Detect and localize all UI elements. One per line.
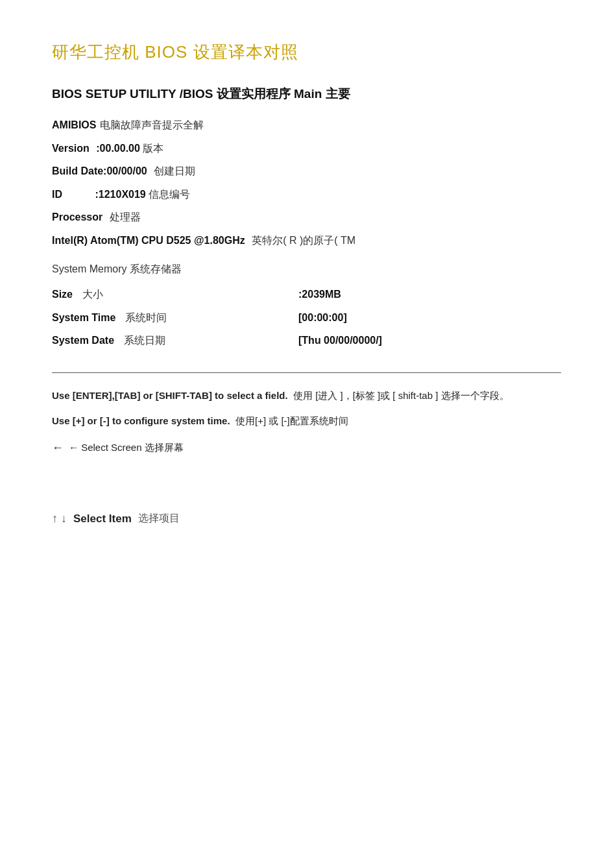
memory-title: System Memory 系统存储器 xyxy=(52,261,561,278)
amibios-cn: 电脑故障声音提示全解 xyxy=(100,117,204,134)
version-label: Version xyxy=(52,140,90,157)
select-screen-cn: 选择屏幕 xyxy=(145,440,184,455)
help1-cn: 使用 [进入 ]，[标签 ]或 [ shift-tab ] 选择一个字段。 xyxy=(293,390,509,401)
system-time-label: System Time xyxy=(52,312,115,323)
section-divider xyxy=(52,372,561,373)
system-time-value: [00:00:00] xyxy=(298,309,347,326)
page-title: 研华工控机 BIOS 设置译本对照 xyxy=(52,39,561,66)
processor-row: Processor 处理器 xyxy=(52,209,561,226)
build-cn: 创建日期 xyxy=(154,163,195,180)
system-time-cn: 系统时间 xyxy=(125,312,167,323)
select-item-section: ↑ ↓ Select Item 选择项目 xyxy=(52,509,561,528)
system-date-cn: 系统日期 xyxy=(124,335,165,346)
intel-row: Intel(R) Atom(TM) CPU D525 @1.80GHz 英特尔(… xyxy=(52,232,561,249)
intel-label: Intel(R) Atom(TM) CPU D525 @1.80GHz xyxy=(52,232,245,249)
select-item-cn: 选择项目 xyxy=(138,510,180,527)
build-label: Build Date:00/00/00 xyxy=(52,163,147,180)
size-value: :2039MB xyxy=(298,286,341,303)
up-down-arrows: ↑ ↓ xyxy=(52,509,67,528)
id-value: :1210X019 xyxy=(95,186,145,203)
version-value: :00.00.00 xyxy=(96,140,140,157)
id-cn: 信息编号 xyxy=(149,186,190,203)
size-cn: 大小 xyxy=(82,289,103,300)
select-item-label: Select Item xyxy=(73,510,132,527)
id-row: ID :1210X019 信息编号 xyxy=(52,186,561,203)
help2-cn: 使用[+] 或 [-]配置系统时间 xyxy=(235,415,348,426)
arrow-left-icon: ← xyxy=(52,439,64,457)
amibios-label: AMIBIOS xyxy=(52,117,96,134)
help2-bold: Use [+] or [-] to configure system time. xyxy=(52,415,230,426)
processor-label: Processor xyxy=(52,209,102,226)
id-label: ID xyxy=(52,186,62,203)
intel-cn: 英特尔( R )的原子( TM xyxy=(252,232,355,249)
build-row: Build Date:00/00/00 创建日期 xyxy=(52,163,561,180)
help-block-2: Use [+] or [-] to configure system time.… xyxy=(52,413,561,429)
bios-setup-heading: BIOS SETUP UTILITY /BIOS 设置实用程序 Main 主要 xyxy=(52,84,561,104)
select-screen-label: ← Select Screen xyxy=(69,440,142,455)
version-row: Version :00.00.00 版本 xyxy=(52,140,561,157)
amibios-row: AMIBIOS 电脑故障声音提示全解 xyxy=(52,117,561,134)
system-time-left: System Time 系统时间 xyxy=(52,309,298,326)
system-date-row: System Date 系统日期 [Thu 00/00/0000/] xyxy=(52,332,561,349)
system-date-label: System Date xyxy=(52,335,114,346)
memory-section: System Memory 系统存储器 Size 大小 :2039MB Syst… xyxy=(52,261,561,349)
system-date-value: [Thu 00/00/0000/] xyxy=(298,332,382,349)
help-block-1: Use [ENTER],[TAB] or [SHIFT-TAB] to sele… xyxy=(52,387,561,404)
system-date-left: System Date 系统日期 xyxy=(52,332,298,349)
size-label: Size xyxy=(52,289,73,300)
version-cn: 版本 xyxy=(143,140,163,157)
arrow-up-icon: ↑ ↓ xyxy=(52,509,67,528)
select-screen-row: ← ← Select Screen 选择屏幕 xyxy=(52,439,561,457)
processor-cn: 处理器 xyxy=(110,209,141,226)
size-row: Size 大小 :2039MB xyxy=(52,286,561,303)
help1-bold: Use [ENTER],[TAB] or [SHIFT-TAB] to sele… xyxy=(52,390,288,401)
system-time-row: System Time 系统时间 [00:00:00] xyxy=(52,309,561,326)
size-left: Size 大小 xyxy=(52,286,298,303)
